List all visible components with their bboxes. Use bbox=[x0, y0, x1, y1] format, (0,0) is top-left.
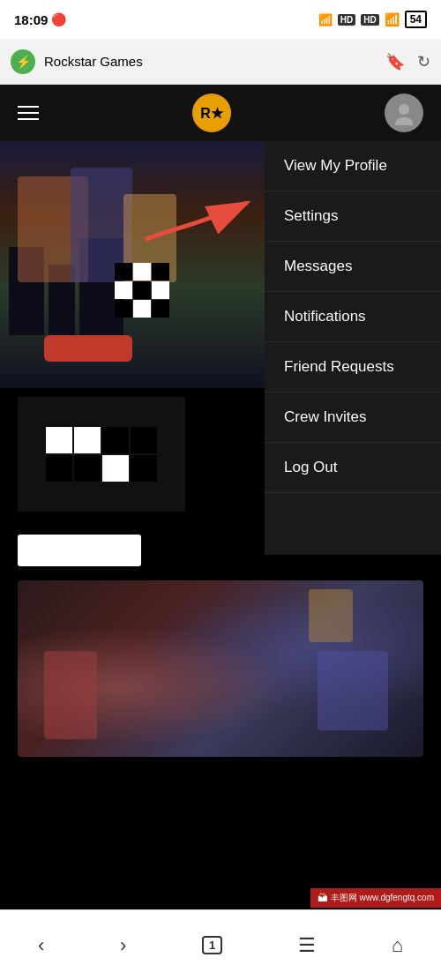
svg-text:R★: R★ bbox=[200, 106, 224, 121]
nav-menu[interactable]: ☰ bbox=[284, 927, 330, 964]
menu-item-crew-invites[interactable]: Crew Invites bbox=[265, 393, 441, 443]
content-bar bbox=[18, 535, 141, 566]
menu-item-settings[interactable]: Settings bbox=[265, 191, 441, 242]
hd-icon-1: HD bbox=[338, 14, 355, 26]
secondary-image bbox=[18, 397, 185, 512]
bluetooth-icon: 📶 bbox=[318, 13, 333, 26]
refresh-icon[interactable]: ↻ bbox=[417, 52, 430, 71]
watermark-text: 丰图网 www.dgfengtq.com bbox=[331, 892, 434, 904]
svg-point-2 bbox=[399, 104, 409, 115]
status-bar: 18:09 🔴 📶 HD HD 📶 54 bbox=[0, 0, 441, 39]
dropdown-menu: View My Profile Settings Messages Notifi… bbox=[265, 141, 441, 555]
app-header: R★ bbox=[0, 85, 441, 141]
hd-icon-2: HD bbox=[361, 14, 378, 26]
menu-item-friend-requests[interactable]: Friend Requests bbox=[265, 342, 441, 393]
status-icons: 📶 HD HD 📶 54 bbox=[318, 11, 427, 28]
nav-forward[interactable]: › bbox=[106, 927, 140, 964]
menu-item-log-out[interactable]: Log Out bbox=[265, 443, 441, 493]
hero-image bbox=[0, 141, 272, 388]
bookmark-icon[interactable]: 🔖 bbox=[385, 52, 405, 71]
browser-actions: 🔖 ↻ bbox=[385, 52, 430, 71]
nav-tabs[interactable]: 1 bbox=[188, 929, 236, 961]
nav-home[interactable]: ⌂ bbox=[377, 927, 417, 964]
main-content: R★ bbox=[0, 85, 441, 980]
menu-item-messages[interactable]: Messages bbox=[265, 242, 441, 292]
hamburger-menu[interactable] bbox=[18, 106, 39, 120]
fire-icon: 🔴 bbox=[51, 12, 66, 26]
menu-item-notifications[interactable]: Notifications bbox=[265, 292, 441, 342]
battery-icon: 54 bbox=[405, 11, 427, 28]
bottom-content bbox=[0, 517, 441, 909]
browser-url[interactable]: Rockstar Games bbox=[44, 54, 377, 69]
status-time: 18:09 bbox=[14, 12, 48, 27]
dropdown-footer bbox=[265, 493, 441, 555]
wifi-icon: 📶 bbox=[385, 12, 400, 26]
bottom-nav: ‹ › 1 ☰ ⌂ bbox=[0, 909, 441, 980]
menu-item-view-profile[interactable]: View My Profile bbox=[265, 141, 441, 191]
shield-icon: ⚡ bbox=[11, 49, 35, 74]
watermark-logo: 🏔 bbox=[318, 892, 328, 904]
content-image bbox=[18, 580, 423, 757]
page-layout: 18:09 🔴 📶 HD HD 📶 54 ⚡ Rockstar Games 🔖 … bbox=[0, 0, 441, 980]
rockstar-logo: R★ bbox=[192, 94, 231, 132]
svg-point-3 bbox=[395, 117, 413, 125]
user-avatar[interactable] bbox=[385, 94, 423, 132]
watermark: 🏔 丰图网 www.dgfengtq.com bbox=[310, 888, 441, 908]
browser-bar: ⚡ Rockstar Games 🔖 ↻ bbox=[0, 39, 441, 85]
nav-back[interactable]: ‹ bbox=[24, 927, 58, 964]
